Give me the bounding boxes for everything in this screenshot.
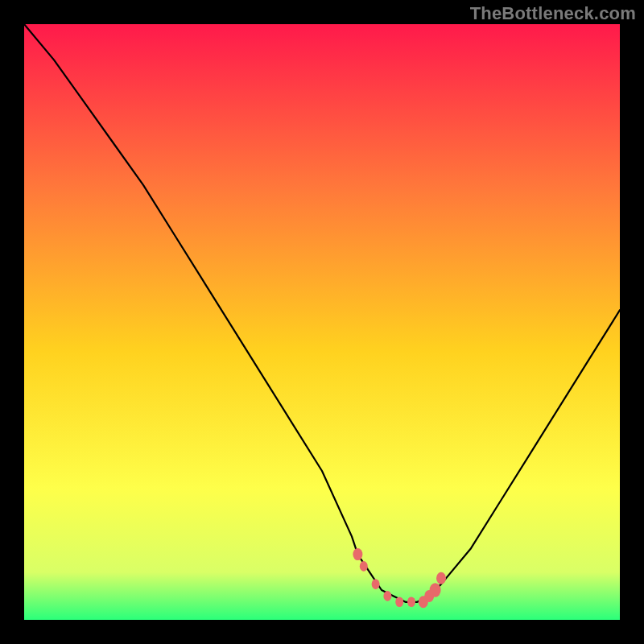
optimal-marker [372, 579, 380, 589]
optimal-marker [407, 597, 415, 608]
bottleneck-chart [24, 24, 620, 620]
optimal-marker [395, 597, 403, 608]
chart-frame: TheBottleneck.com [0, 0, 644, 644]
optimal-marker [436, 572, 446, 584]
watermark-label: TheBottleneck.com [470, 3, 636, 24]
gradient-background [24, 24, 620, 620]
optimal-marker [353, 548, 362, 560]
optimal-marker [360, 561, 368, 572]
optimal-marker [383, 591, 391, 601]
optimal-marker [430, 583, 441, 597]
plot-area [24, 24, 620, 620]
